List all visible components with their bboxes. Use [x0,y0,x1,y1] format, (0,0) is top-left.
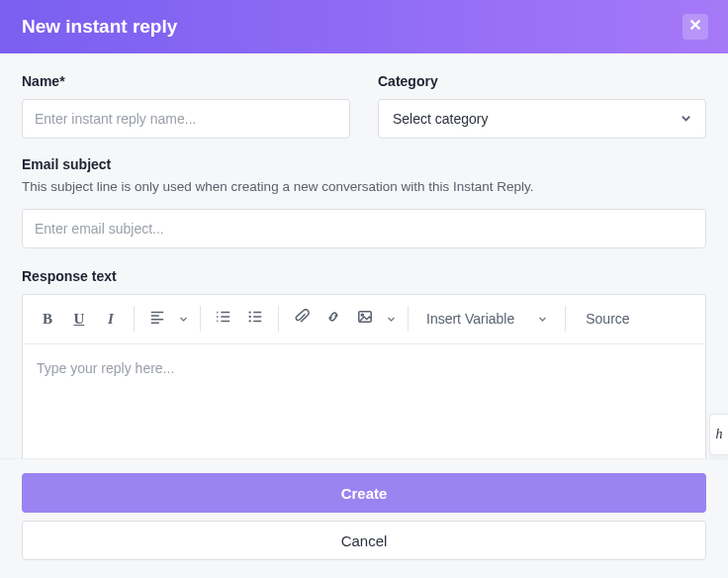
unordered-list-button[interactable] [240,303,270,335]
editor-toolbar: B U I [23,295,705,344]
modal-footer: Create Cancel [0,458,728,578]
chevron-down-icon [179,310,188,328]
link-button[interactable] [318,303,348,335]
email-subject-helper: This subject line is only used when crea… [22,178,706,197]
name-input[interactable] [22,99,350,139]
side-help-widget[interactable]: h [709,414,728,455]
align-dropdown[interactable] [174,303,192,335]
underline-icon: U [74,311,85,328]
source-button[interactable]: Source [574,303,635,335]
image-dropdown[interactable] [382,303,400,335]
email-subject-input[interactable] [22,209,706,248]
cancel-button[interactable]: Cancel [22,521,706,560]
svg-point-4 [361,315,363,317]
align-button[interactable] [142,303,172,335]
create-button[interactable]: Create [22,473,706,513]
editor: B U I [22,294,706,474]
modal-scroll-region[interactable]: Name* Category Select category Email sub… [0,53,728,474]
email-subject-label: Email subject [22,156,706,172]
chevron-down-icon [538,311,547,327]
close-icon [688,18,702,36]
bold-icon: B [43,311,52,328]
align-left-icon [149,309,165,329]
unordered-list-icon [247,309,263,329]
insert-variable-label: Insert Variable [426,311,514,327]
field-response-text: Response text B U I [22,268,706,474]
modal-title: New instant reply [22,16,177,38]
response-text-label: Response text [22,268,706,284]
underline-button[interactable]: U [64,303,94,335]
response-text-editor[interactable]: Type your reply here... [23,344,705,474]
side-widget-glyph: h [716,427,723,442]
toolbar-divider [565,306,566,332]
toolbar-divider [134,306,135,332]
toolbar-divider [408,306,409,332]
insert-variable-dropdown[interactable]: Insert Variable [416,303,557,335]
name-label: Name* [22,73,350,89]
toolbar-divider [200,306,201,332]
bold-button[interactable]: B [33,303,62,335]
svg-point-2 [249,321,251,323]
chevron-down-icon [681,111,691,127]
paperclip-icon [294,309,310,329]
svg-point-1 [249,316,251,318]
ordered-list-icon [216,309,231,329]
italic-icon: I [108,311,114,328]
category-label: Category [378,73,706,89]
source-label: Source [586,311,629,327]
category-selected-value: Select category [393,111,489,127]
field-name: Name* [22,73,350,139]
category-select[interactable]: Select category [378,99,706,139]
field-email-subject: Email subject This subject line is only … [22,156,706,248]
field-category: Category Select category [378,73,706,139]
attachment-button[interactable] [287,303,317,335]
toolbar-divider [278,306,279,332]
ordered-list-button[interactable] [209,303,238,335]
italic-button[interactable]: I [96,303,126,335]
chevron-down-icon [387,310,396,328]
svg-point-0 [249,312,251,314]
image-icon [357,309,373,329]
modal-header: New instant reply [0,0,728,53]
close-button[interactable] [682,14,708,40]
link-icon [325,309,341,329]
image-button[interactable] [350,303,380,335]
